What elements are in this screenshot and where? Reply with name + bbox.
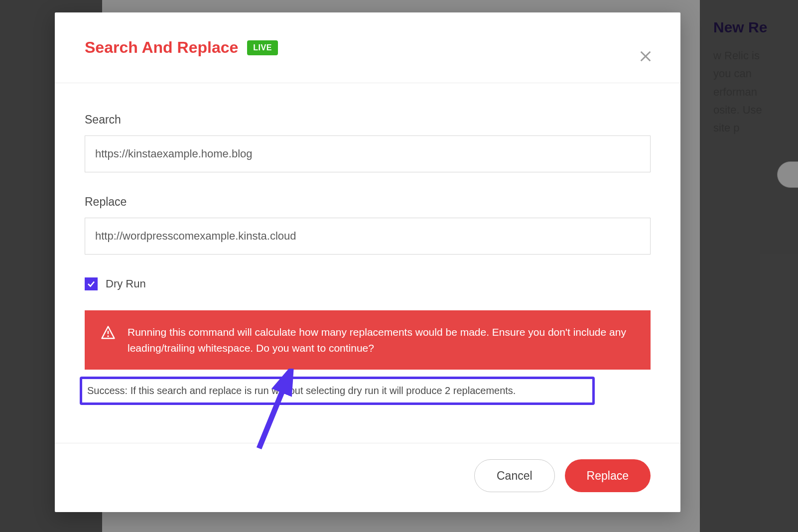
cancel-button[interactable]: Cancel bbox=[474, 459, 555, 492]
checkmark-icon bbox=[87, 279, 96, 288]
modal-body: Search Replace Dry Run Running this comm… bbox=[55, 83, 680, 415]
svg-point-3 bbox=[107, 335, 109, 337]
close-button[interactable] bbox=[639, 49, 653, 63]
dry-run-checkbox[interactable] bbox=[85, 277, 98, 290]
modal-footer: Cancel Replace bbox=[55, 443, 680, 512]
replace-input[interactable] bbox=[85, 218, 651, 255]
dry-run-row: Dry Run bbox=[85, 277, 651, 290]
search-replace-modal: Search And Replace LIVE Search Replace D… bbox=[55, 12, 680, 512]
warning-text: Running this command will calculate how … bbox=[128, 324, 635, 356]
close-icon bbox=[639, 49, 653, 63]
warning-alert: Running this command will calculate how … bbox=[85, 310, 651, 370]
search-input[interactable] bbox=[85, 135, 651, 172]
dry-run-label: Dry Run bbox=[106, 277, 146, 290]
success-text: Success: If this search and replace is r… bbox=[87, 385, 516, 396]
success-message-highlight: Success: If this search and replace is r… bbox=[80, 377, 595, 405]
search-label: Search bbox=[85, 113, 651, 127]
modal-header: Search And Replace LIVE bbox=[55, 12, 680, 83]
replace-label: Replace bbox=[85, 195, 651, 209]
modal-title: Search And Replace bbox=[85, 38, 238, 57]
live-badge: LIVE bbox=[247, 40, 278, 55]
replace-button[interactable]: Replace bbox=[565, 459, 651, 492]
warning-triangle-icon bbox=[101, 325, 116, 340]
